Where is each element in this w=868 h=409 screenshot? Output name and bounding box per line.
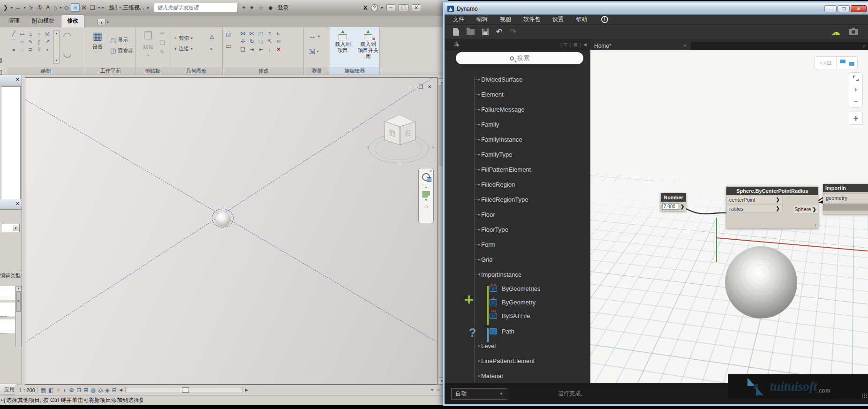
pan-button[interactable]: ✚ <box>849 112 863 125</box>
zoom-in-icon[interactable]: + <box>854 86 858 93</box>
library-category-failuremessage[interactable]: FailureMessage <box>445 102 590 117</box>
trim-single-icon[interactable]: ⇤ <box>257 45 265 53</box>
draw-circle-icon[interactable]: ◎ <box>43 30 52 38</box>
trim-multi-icon[interactable]: ↕ <box>265 45 274 53</box>
navbar-collapse-icon[interactable]: ⊖ <box>424 204 428 209</box>
array-icon[interactable]: ▢ <box>257 38 265 45</box>
tab-close-icon[interactable]: ✕ <box>683 43 687 48</box>
ribbon-state-toggle[interactable]: ▲ ▾ <box>98 19 109 25</box>
compass-west-mark[interactable]: ✳ <box>367 145 370 150</box>
switch-windows-icon[interactable]: ❑ <box>89 4 97 11</box>
mirror-pick-axis-icon[interactable]: ◰ <box>257 30 265 38</box>
view-title-caret-icon[interactable]: ▸ <box>147 5 150 10</box>
library-category-familytype[interactable]: FamilyType <box>445 147 590 162</box>
3d-view-caret[interactable]: ▾ <box>59 5 62 10</box>
show-workplane-button[interactable]: ▤ 显示 <box>110 35 133 45</box>
status-mini-caret-icon[interactable]: ▼ <box>430 388 434 392</box>
search-binoculars-icon[interactable]: ⌖ <box>242 4 245 11</box>
draw-start-end-radius-arc-icon[interactable]: ⌒ <box>9 38 18 45</box>
tab-menu-icon[interactable]: ≡ <box>863 43 868 49</box>
library-filter-icon[interactable]: ▽ <box>564 42 567 47</box>
trim-extend-icon[interactable]: ⇥ <box>248 45 256 53</box>
wheel-caret-icon[interactable]: ▼ <box>424 186 428 189</box>
library-search-box[interactable]: 搜索 <box>456 52 583 64</box>
infocenter-search-input[interactable] <box>154 3 237 12</box>
sphere-output-port[interactable]: Sphere ❯ <box>793 205 818 213</box>
shadows-icon[interactable]: ◐ <box>63 387 67 394</box>
draw-point-icon[interactable]: • <box>43 45 52 53</box>
open-file-icon[interactable] <box>467 29 475 35</box>
panel-close-icon[interactable]: ✕ <box>15 201 20 207</box>
canvas-horizontal-scrollbar[interactable] <box>125 387 242 393</box>
help-caret-icon[interactable]: ▾ <box>381 6 383 10</box>
mirror-draw-axis-icon[interactable]: ⌗ <box>265 30 274 38</box>
workplane-viewer-button[interactable]: ◫ 查看器 <box>110 45 133 55</box>
view-scale-button[interactable]: 1 : 200 <box>17 387 38 394</box>
modify-widen-icon[interactable]: ▭ <box>226 42 232 50</box>
measure-icon[interactable]: ⇲ <box>27 4 35 11</box>
draw-spline-icon[interactable]: ↗ <box>43 38 52 45</box>
viewcube[interactable]: ✳ ✳ 前 右 <box>369 112 432 164</box>
detail-level-icon[interactable]: ▦ <box>41 387 46 394</box>
run-mode-dropdown[interactable]: 自动 ▼ <box>451 388 507 400</box>
offset-icon[interactable]: ⋉ <box>248 30 256 38</box>
draw-spline-points-icon[interactable]: ⌇ <box>35 45 43 53</box>
temporary-hide-isolate-icon[interactable]: ◍ <box>91 387 95 394</box>
revit-minimize-button[interactable]: ─ <box>386 4 395 11</box>
view-close-icon[interactable]: ✕ <box>428 84 432 90</box>
draw-inscribed-polygon-icon[interactable]: ⌂ <box>26 30 35 38</box>
menu-help[interactable]: 帮助 <box>576 15 587 23</box>
qat-customize-icon[interactable]: ▾ <box>101 5 104 10</box>
zoom-caret-icon[interactable]: ▼ <box>424 198 428 202</box>
cut-to-clipboard-icon[interactable]: ✂ <box>160 30 165 37</box>
number-output-port[interactable]: ❯ <box>680 204 684 209</box>
view-restore-icon[interactable]: ❐ <box>419 84 423 90</box>
panel-label-family-editor[interactable]: 族编辑器 <box>330 67 379 75</box>
export-workspace-cloud-icon[interactable]: ☁ <box>831 28 840 36</box>
panel-label-workplane[interactable]: 工作平面 <box>86 67 135 75</box>
reveal-hidden-elements-icon[interactable]: ◎ <box>98 387 103 394</box>
tab-manage[interactable]: 管理 <box>3 15 25 27</box>
geometry-input-port[interactable]: geometry <box>823 193 868 202</box>
qat-clipped-icon[interactable]: ❯ <box>2 4 9 11</box>
menu-edit[interactable]: 编辑 <box>476 15 488 23</box>
show-crop-region-icon[interactable]: ⊞ <box>83 387 88 394</box>
library-category-linepatternelement[interactable]: LinePatternElement <box>445 353 590 368</box>
active-view-title[interactable]: 族1 - 三维视... <box>109 4 144 12</box>
compass-east-mark[interactable]: ✳ <box>431 145 434 150</box>
node-sphere-bycenterpointradius[interactable]: Sphere.ByCenterPointRadius centerPoint ❯… <box>726 187 818 228</box>
redo-icon[interactable]: ↷ <box>510 28 516 36</box>
dynamo-titlebar[interactable]: Dynamo – ❒ ✕ <box>445 3 868 15</box>
pin-icon[interactable]: ⊙ <box>274 38 283 45</box>
library-category-familyinstance[interactable]: FamilyInstance <box>445 132 590 147</box>
align-icon[interactable]: ⋈ <box>239 30 247 38</box>
menu-view[interactable]: 视图 <box>500 15 511 23</box>
properties-scrollbar[interactable]: ▲≡ <box>15 286 22 347</box>
draw-ellipse-icon[interactable]: ≈ <box>9 45 18 53</box>
family-sphere-geometry[interactable] <box>216 212 230 226</box>
draw-tangent-arc-icon[interactable]: ∿ <box>26 38 35 45</box>
default-3d-view-icon[interactable]: ⌂ <box>52 4 58 11</box>
tag-by-category-icon[interactable]: ① <box>36 4 44 11</box>
library-category-fillpatternelement[interactable]: FillPatternElement <box>445 162 590 177</box>
load-into-project-button[interactable]: ▲ 载入到 项目 <box>331 29 355 60</box>
type-selector-combo[interactable]: ▼ <box>1 224 20 232</box>
tab-modify[interactable]: 修改 <box>61 15 84 27</box>
apply-coping-icon[interactable]: ◬ <box>210 33 214 39</box>
panel-close-icon[interactable]: ✕ <box>15 76 20 83</box>
help-icon[interactable]: ? <box>371 4 378 11</box>
library-category-family[interactable]: Family <box>445 117 590 132</box>
sun-path-icon[interactable]: ☀ <box>56 387 61 394</box>
paste-button[interactable]: ❐ 粘贴 ▾ <box>137 29 159 59</box>
graph-view-button[interactable] <box>836 57 858 69</box>
copy-icon[interactable]: ❑ <box>239 45 247 53</box>
revit-drawing-area[interactable]: ✳ ✳ 前 右 ⊗ ▼ ▼ ⊖ ─ ❐ ✕ <box>25 77 438 385</box>
qat-overflow-caret[interactable]: ▾ <box>10 5 13 10</box>
edit-type-button[interactable]: 编辑类型 <box>0 272 21 279</box>
number-value-input[interactable] <box>662 203 679 210</box>
text-icon[interactable]: A <box>45 4 51 11</box>
dynamo-maximize-button[interactable]: ❒ <box>838 5 850 12</box>
communication-center-icon[interactable]: ✦ <box>249 4 255 11</box>
section-icon[interactable]: ◇ <box>63 4 70 11</box>
tab-addins[interactable]: 附加模块 <box>26 15 60 27</box>
